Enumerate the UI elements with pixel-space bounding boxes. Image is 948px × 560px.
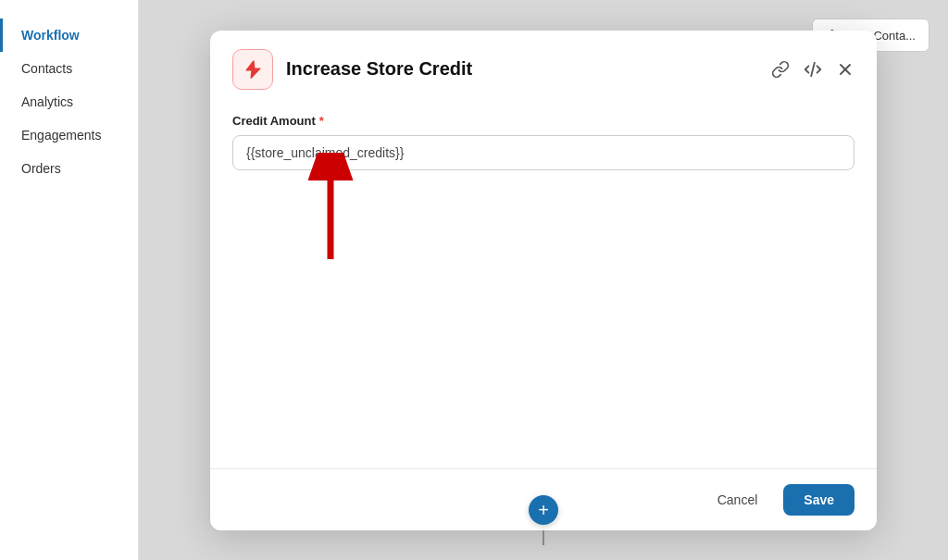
- sidebar-item-engagements[interactable]: Engagements: [0, 118, 138, 152]
- cancel-button[interactable]: Cancel: [703, 485, 773, 515]
- link-icon[interactable]: [771, 60, 790, 79]
- sidebar-item-contacts[interactable]: Contacts: [0, 52, 138, 85]
- modal-icon-container: [232, 49, 273, 90]
- add-step-button[interactable]: +: [529, 495, 558, 525]
- arrow-svg: [289, 153, 372, 264]
- modal-header: Increase Store Credit: [210, 31, 877, 105]
- modal-title: Increase Store Credit: [286, 58, 758, 80]
- save-button[interactable]: Save: [783, 484, 854, 516]
- sidebar: Workflow Contacts Analytics Engagements …: [0, 0, 139, 560]
- main-area: View Conta... Increase Store Credit: [139, 0, 948, 560]
- required-star: *: [319, 114, 324, 128]
- sidebar-item-analytics[interactable]: Analytics: [0, 85, 138, 118]
- code-braces-icon[interactable]: [803, 59, 823, 80]
- close-icon[interactable]: [836, 60, 854, 79]
- modal-overlay: Increase Store Credit: [139, 0, 948, 560]
- modal-header-actions: [771, 59, 854, 80]
- credit-amount-label: Credit Amount *: [232, 114, 854, 128]
- sidebar-item-orders[interactable]: Orders: [0, 152, 138, 185]
- modal-dialog: Increase Store Credit: [210, 31, 877, 530]
- sidebar-item-workflow[interactable]: Workflow: [0, 19, 138, 52]
- modal-body: Credit Amount *: [210, 105, 877, 468]
- lightning-bolt-icon: [243, 59, 263, 80]
